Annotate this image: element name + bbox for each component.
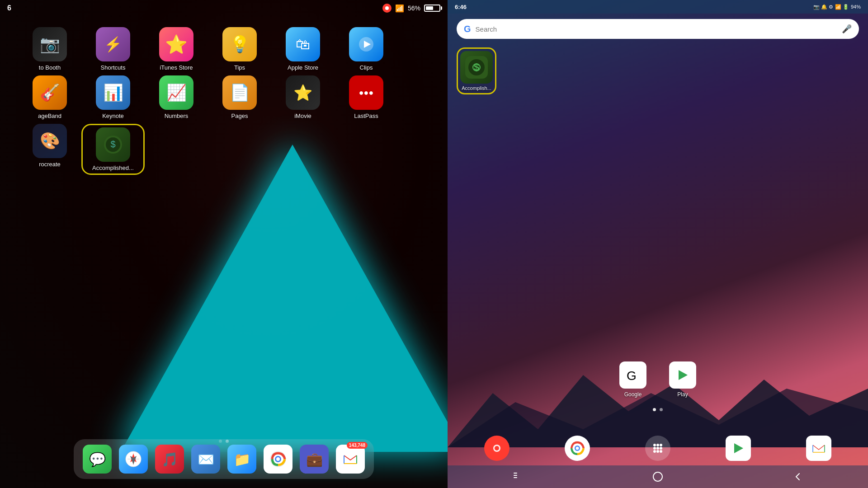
keynote-icon: 📊 xyxy=(96,75,130,110)
app-numbers[interactable]: 📈 Numbers xyxy=(145,75,208,119)
android-nav-bar xyxy=(448,465,868,488)
numbers-label: Numbers xyxy=(165,113,189,119)
app-photobooth[interactable]: 📷 to Booth xyxy=(18,27,81,71)
android-notification-icons: 📷 🔔 ⚙ xyxy=(813,4,833,10)
imovie-icon: ⭐ xyxy=(286,75,320,110)
android-google-app[interactable]: G Google xyxy=(619,361,646,398)
google-app-icon: G xyxy=(619,361,646,389)
numbers-icon: 📈 xyxy=(159,75,193,110)
app-itunes[interactable]: ⭐ iTunes Store xyxy=(145,27,208,71)
app-grid: 📷 to Booth ⚡ Shortcuts ⭐ iTunes Store 💡 … xyxy=(0,23,448,184)
svg-point-36 xyxy=(653,447,656,450)
dock-screen-recorder[interactable] xyxy=(484,436,509,461)
imovie-label: iMovie xyxy=(294,113,311,119)
procreate-icon: 🎨 xyxy=(33,124,67,158)
clips-icon xyxy=(349,27,383,61)
app-garageband[interactable]: 🎸 ageBand xyxy=(18,75,81,119)
shortcuts-label: Shortcuts xyxy=(101,64,126,71)
dock-android-chrome[interactable] xyxy=(565,436,590,461)
pages-icon: 📄 xyxy=(222,75,257,110)
play-app-icon xyxy=(669,361,696,389)
dock-teams[interactable]: 💼 xyxy=(300,445,329,474)
app-keynote[interactable]: 📊 Keynote xyxy=(81,75,145,119)
dock-gmail[interactable]: 143,748 xyxy=(336,445,365,474)
android-accomplished-app[interactable]: $ Accomplish... xyxy=(457,47,496,94)
clips-label: Clips xyxy=(360,64,373,71)
battery-indicator xyxy=(424,5,440,12)
android-battery-percent: 94% xyxy=(851,4,861,9)
dock-safari[interactable] xyxy=(119,445,148,474)
app-shortcuts[interactable]: ⚡ Shortcuts xyxy=(81,27,145,71)
app-imovie[interactable]: ⭐ iMovie xyxy=(271,75,335,119)
teal-decoration xyxy=(121,145,448,452)
android-recents-button[interactable] xyxy=(509,468,527,486)
appstore-label: Apple Store xyxy=(288,64,318,71)
ipad-status-bar: 6 📶 56% xyxy=(0,0,448,16)
android-page-indicators xyxy=(653,408,663,411)
wifi-icon: 📶 xyxy=(395,4,404,13)
app-clips[interactable]: Clips xyxy=(335,27,398,71)
dock-chrome[interactable] xyxy=(264,445,292,474)
dock-music[interactable]: 🎵 xyxy=(155,445,184,474)
svg-point-38 xyxy=(660,447,662,450)
appstore-icon: 🛍 xyxy=(286,27,320,61)
svg-text:G: G xyxy=(627,369,637,383)
android-dock xyxy=(457,436,859,461)
dock-messages[interactable]: 💬 xyxy=(83,445,112,474)
android-play-app[interactable]: Play xyxy=(669,361,696,398)
photobooth-icon: 📷 xyxy=(33,27,67,61)
battery-percent: 56% xyxy=(408,5,420,12)
svg-point-40 xyxy=(656,450,659,453)
android-status-icons: 📷 🔔 ⚙ 📶 🔋 94% xyxy=(813,4,861,10)
tips-label: Tips xyxy=(234,64,245,71)
android-status-bar: 6:46 📷 🔔 ⚙ 📶 🔋 94% xyxy=(448,0,868,14)
dock-android-gmail[interactable] xyxy=(806,436,831,461)
pages-label: Pages xyxy=(231,113,248,119)
ipad-time: 6 xyxy=(7,4,11,12)
app-appstore[interactable]: 🛍 Apple Store xyxy=(271,27,335,71)
record-indicator xyxy=(382,4,392,13)
dock-app-drawer[interactable] xyxy=(645,436,670,461)
svg-point-37 xyxy=(656,447,659,450)
app-lastpass[interactable]: ●●● LastPass xyxy=(335,75,398,119)
tips-icon: 💡 xyxy=(222,27,257,61)
dock-files[interactable]: 📁 xyxy=(227,445,256,474)
app-tips[interactable]: 💡 Tips xyxy=(208,27,271,71)
svg-point-41 xyxy=(660,450,662,453)
svg-text:$: $ xyxy=(110,139,115,149)
lastpass-label: LastPass xyxy=(354,113,378,119)
app-row-3: 🎨 rocreate $ Accomplished... xyxy=(18,124,429,175)
android-apps-row: G Google Play xyxy=(448,361,868,398)
dock-mail[interactable]: ✉️ xyxy=(191,445,220,474)
android-accomplished-label: Accomplish... xyxy=(460,85,493,91)
android-connectivity-icons: 📶 🔋 xyxy=(835,4,849,10)
photobooth-label: to Booth xyxy=(39,64,61,71)
app-row-1: 📷 to Booth ⚡ Shortcuts ⭐ iTunes Store 💡 … xyxy=(18,27,429,71)
accomplished-label: Accomplished... xyxy=(92,164,134,171)
ipad-screen: 6 📶 56% 📷 to Booth ⚡ Shortcuts ⭐ xyxy=(0,0,448,488)
android-accomplished-icon: $ xyxy=(460,51,493,84)
app-row-2: 🎸 ageBand 📊 Keynote 📈 Numbers 📄 Pages ⭐ … xyxy=(18,75,429,119)
search-input[interactable] xyxy=(476,25,837,33)
shortcuts-icon: ⚡ xyxy=(96,27,130,61)
svg-point-35 xyxy=(660,444,662,446)
android-panel: 6:46 📷 🔔 ⚙ 📶 🔋 94% G 🎤 $ Accomplish... xyxy=(448,0,868,488)
play-app-label: Play xyxy=(677,391,688,398)
microphone-icon[interactable]: 🎤 xyxy=(842,24,852,34)
google-app-label: Google xyxy=(624,391,642,398)
svg-rect-50 xyxy=(514,477,517,478)
ipad-status-icons: 📶 56% xyxy=(382,4,440,13)
app-procreate[interactable]: 🎨 rocreate xyxy=(18,124,81,175)
lastpass-icon: ●●● xyxy=(349,75,383,110)
android-back-button[interactable] xyxy=(789,468,807,486)
app-pages[interactable]: 📄 Pages xyxy=(208,75,271,119)
android-home-button[interactable] xyxy=(649,468,667,486)
svg-point-51 xyxy=(653,472,662,481)
android-dot-1 xyxy=(653,408,656,411)
keynote-label: Keynote xyxy=(102,113,124,119)
app-accomplished[interactable]: $ Accomplished... xyxy=(81,124,145,175)
dock-android-play[interactable] xyxy=(726,436,751,461)
svg-point-28 xyxy=(495,446,499,450)
google-search-bar[interactable]: G 🎤 xyxy=(457,19,859,39)
garageband-icon: 🎸 xyxy=(33,75,67,110)
